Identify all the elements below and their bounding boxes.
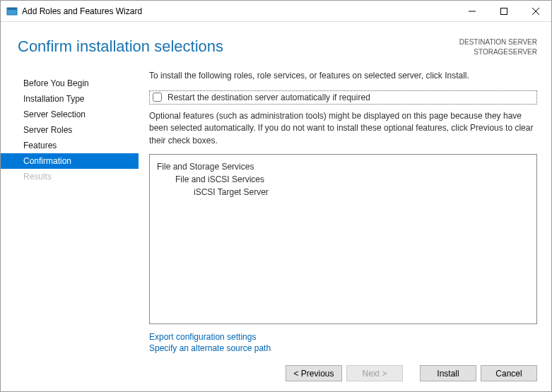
page-title: Confirm installation selections xyxy=(18,37,459,56)
links: Export configuration settings Specify an… xyxy=(149,324,537,358)
window-title: Add Roles and Features Wizard xyxy=(22,6,456,16)
selection-list[interactable]: File and Storage ServicesFile and iSCSI … xyxy=(149,154,537,324)
sidebar-item-server-roles[interactable]: Server Roles xyxy=(1,122,139,138)
minimize-button[interactable] xyxy=(456,1,488,21)
footer: < Previous Next > Install Cancel xyxy=(1,358,551,391)
install-button[interactable]: Install xyxy=(420,365,476,381)
app-icon xyxy=(6,6,18,17)
sidebar-item-confirmation[interactable]: Confirmation xyxy=(1,153,139,169)
export-config-link[interactable]: Export configuration settings xyxy=(149,331,537,343)
titlebar: Add Roles and Features Wizard xyxy=(1,1,551,22)
svg-rect-3 xyxy=(500,8,507,14)
intro-text: To install the following roles, role ser… xyxy=(149,70,537,82)
list-item: File and iSCSI Services xyxy=(157,173,529,186)
next-button: Next > xyxy=(346,365,403,381)
previous-button[interactable]: < Previous xyxy=(286,365,342,381)
restart-checkbox[interactable] xyxy=(153,93,162,102)
sidebar-item-results: Results xyxy=(1,169,139,184)
list-item: iSCSI Target Server xyxy=(157,186,529,198)
optional-features-note: Optional features (such as administratio… xyxy=(149,110,537,147)
alternate-source-link[interactable]: Specify an alternate source path xyxy=(149,343,537,354)
svg-rect-1 xyxy=(7,8,17,10)
main-panel: To install the following roles, role ser… xyxy=(139,70,551,358)
cancel-button[interactable]: Cancel xyxy=(481,365,537,381)
sidebar-item-server-selection[interactable]: Server Selection xyxy=(1,107,139,122)
restart-checkbox-label: Restart the destination server automatic… xyxy=(168,93,370,102)
sidebar-item-features[interactable]: Features xyxy=(1,138,139,153)
destination-label: DESTINATION SERVER xyxy=(459,37,537,47)
close-button[interactable] xyxy=(519,1,551,21)
sidebar-item-before-you-begin[interactable]: Before You Begin xyxy=(1,76,139,91)
wizard-sidebar: Before You BeginInstallation TypeServer … xyxy=(1,70,139,358)
sidebar-item-installation-type[interactable]: Installation Type xyxy=(1,91,139,107)
destination-info: DESTINATION SERVER STORAGESERVER xyxy=(459,37,537,57)
maximize-button[interactable] xyxy=(488,1,519,21)
restart-checkbox-row[interactable]: Restart the destination server automatic… xyxy=(149,90,537,105)
list-item: File and Storage Services xyxy=(157,160,529,173)
window-buttons xyxy=(456,1,551,21)
destination-value: STORAGESERVER xyxy=(459,47,537,57)
header: Confirm installation selections DESTINAT… xyxy=(1,22,551,64)
